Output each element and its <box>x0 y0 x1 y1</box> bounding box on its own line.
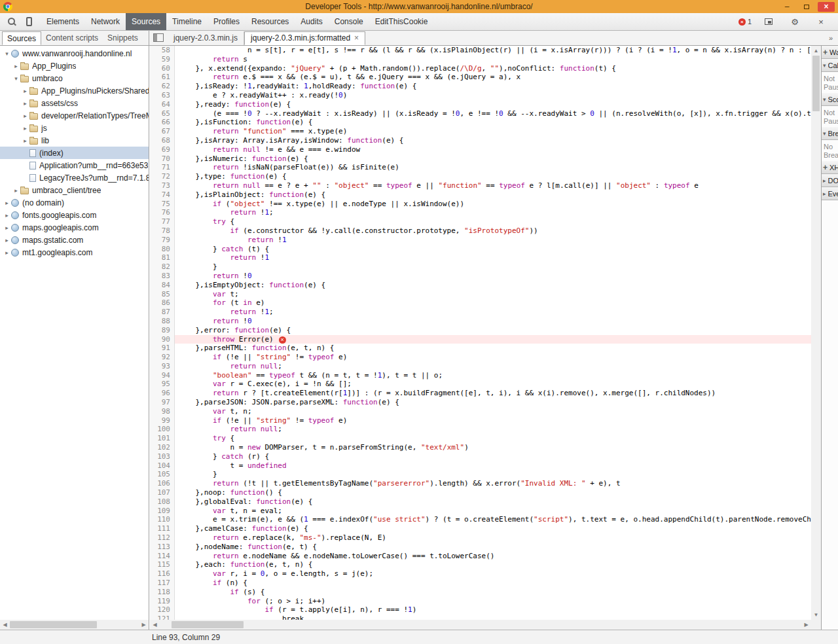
line-number[interactable]: 106 <box>150 479 175 488</box>
editor-vscroll-thumb[interactable] <box>812 56 820 111</box>
tree-item-legacytreejs-umb-rnd-7-1-8[interactable]: LegacyTreeJs?umb__rnd=7.1.8. <box>0 171 149 184</box>
editor-horizontal-scrollbar[interactable]: ◀ ▶ <box>150 620 811 630</box>
line-number[interactable]: 63 <box>150 91 175 100</box>
code-text[interactable]: return s <box>175 55 811 64</box>
scroll-left-icon[interactable]: ◀ <box>150 620 160 630</box>
line-number[interactable]: 66 <box>150 118 175 127</box>
code-text[interactable]: break <box>175 615 811 620</box>
navigator-tab-snippets[interactable]: Snippets <box>103 31 143 45</box>
editor-hscroll-thumb[interactable] <box>172 621 244 628</box>
code-text[interactable]: if (e.constructor && !y.call(e.construct… <box>175 226 811 236</box>
code-text[interactable]: return null; <box>175 362 811 371</box>
line-number[interactable]: 110 <box>150 515 175 524</box>
line-number[interactable]: 81 <box>150 253 175 262</box>
tab-timeline[interactable]: Timeline <box>166 13 208 30</box>
tree-item-maps-googleapis-com[interactable]: ▸maps.googleapis.com <box>0 221 149 234</box>
tree-item-js[interactable]: ▸js <box>0 122 149 134</box>
close-tab-icon[interactable]: × <box>354 31 359 45</box>
line-number[interactable]: 74 <box>150 190 175 200</box>
code-text[interactable]: t = undefined <box>175 461 811 471</box>
line-number[interactable]: 65 <box>150 109 175 118</box>
line-number[interactable]: 111 <box>150 524 175 533</box>
tree-item-maps-gstatic-com[interactable]: ▸maps.gstatic.com <box>0 234 149 246</box>
sidebar-section-call-stack[interactable]: ▾Call Stack <box>822 59 838 72</box>
chevron-down-icon[interactable]: ▾ <box>823 62 826 69</box>
tree-horizontal-scrollbar[interactable]: ◀ ▶ <box>0 620 149 630</box>
line-number[interactable]: 91 <box>150 344 175 353</box>
device-mode-button[interactable] <box>21 14 37 29</box>
code-text[interactable]: return null; <box>175 425 811 434</box>
line-number[interactable]: 83 <box>150 272 175 281</box>
code-text[interactable]: for (t in e) <box>175 298 811 308</box>
code-text[interactable]: if (r = t.apply(e[i], n), r === !1) <box>175 605 811 615</box>
line-number[interactable]: 84 <box>150 281 175 290</box>
file-tab-jquery-2-0-3-min-js[interactable]: jquery-2.0.3.min.js <box>168 31 244 45</box>
line-number[interactable]: 73 <box>150 181 175 190</box>
code-text[interactable]: try { <box>175 434 811 443</box>
line-number[interactable]: 118 <box>150 588 175 597</box>
code-text[interactable]: var t, n; <box>175 407 811 416</box>
code-text[interactable]: var r = C.exec(e), i = !n && []; <box>175 380 811 389</box>
line-number[interactable]: 108 <box>150 497 175 507</box>
line-number[interactable]: 92 <box>150 353 175 362</box>
tree-item-assets-css[interactable]: ▸assets/css <box>0 97 149 109</box>
line-number[interactable]: 109 <box>150 507 175 516</box>
chevron-right-icon[interactable]: ▸ <box>823 190 826 197</box>
sidebar-section-event-listener-breakpoints[interactable]: ▸Event Listener Breakpoints <box>822 187 838 200</box>
tree-item-mt1-googleapis-com[interactable]: ▸mt1.googleapis.com <box>0 246 149 259</box>
add-icon[interactable]: + <box>823 48 828 57</box>
debugger-sidebar-collapsed[interactable]: +Watch Expressions▾Call StackNot Paused▾… <box>821 46 838 630</box>
code-text[interactable]: },noop: function() { <box>175 488 811 497</box>
code-text[interactable]: return !1; <box>175 308 811 317</box>
code-text[interactable]: return !0 <box>175 317 811 326</box>
code-text[interactable]: (e === !0 ? --x.readyWait : x.isReady) |… <box>175 109 811 118</box>
code-text[interactable]: e ? x.readyWait++ : x.ready(!0) <box>175 91 811 100</box>
line-number[interactable]: 77 <box>150 217 175 226</box>
chevron-right-icon[interactable]: ▸ <box>3 237 11 243</box>
code-text[interactable]: var t; <box>175 290 811 299</box>
line-number[interactable]: 59 <box>150 55 175 64</box>
code-text[interactable]: } catch (t) { <box>175 245 811 254</box>
tree-item-umbraco[interactable]: ▾umbraco <box>0 72 149 84</box>
code-text[interactable]: return e.$ === x && (e.$ = u), t && e.jQ… <box>175 73 811 82</box>
code-text[interactable]: try { <box>175 217 811 226</box>
line-number[interactable]: 64 <box>150 100 175 109</box>
code-text[interactable]: },error: function(e) { <box>175 326 811 335</box>
sidebar-section-watch-expressions[interactable]: +Watch Expressions <box>822 46 838 59</box>
file-tab-jquery-2-0-3-min-js-formatted[interactable]: jquery-2.0.3.min.js:formatted× <box>244 31 365 45</box>
chevron-right-icon[interactable]: ▸ <box>3 249 11 256</box>
line-number[interactable]: 103 <box>150 452 175 461</box>
chevron-right-icon[interactable]: ▸ <box>21 125 29 132</box>
tab-elements[interactable]: Elements <box>41 13 85 30</box>
code-text[interactable]: },ready: function(e) { <box>175 100 811 109</box>
code-text[interactable]: },isFunction: function(e) { <box>175 118 811 127</box>
code-text[interactable]: }, x.extend({expando: "jQuery" + (p + Ma… <box>175 64 811 73</box>
code-text[interactable]: },isPlainObject: function(e) { <box>175 190 811 200</box>
add-icon[interactable]: + <box>823 163 828 172</box>
chevron-right-icon[interactable]: ▸ <box>21 88 29 94</box>
line-number[interactable]: 114 <box>150 552 175 561</box>
tree-item-umbraco-client-tree[interactable]: ▸umbraco_client/tree <box>0 184 149 196</box>
chevron-right-icon[interactable]: ▸ <box>3 200 11 206</box>
tree-item-lib[interactable]: ▸lib <box>0 134 149 147</box>
line-number[interactable]: 98 <box>150 407 175 416</box>
code-lines[interactable]: 58 n = s[t], r = e[t], s !== r && (l && … <box>150 46 811 620</box>
code-text[interactable]: return !0 <box>175 272 811 281</box>
code-text[interactable]: "boolean" == typeof t && (n = t, t = !1)… <box>175 371 811 380</box>
editor-vertical-scrollbar[interactable]: ▲ ▼ <box>811 46 821 620</box>
search-button[interactable] <box>4 14 20 29</box>
tree-item-fonts-googleapis-com[interactable]: ▸fonts.googleapis.com <box>0 209 149 221</box>
line-number[interactable]: 100 <box>150 425 175 434</box>
code-text[interactable]: },isEmptyObject: function(e) { <box>175 281 811 290</box>
code-text[interactable]: return null != e && e === e.window <box>175 145 811 154</box>
line-number[interactable]: 102 <box>150 443 175 452</box>
code-text[interactable]: } catch (r) { <box>175 452 811 461</box>
line-number[interactable]: 71 <box>150 163 175 172</box>
tab-sources[interactable]: Sources <box>126 13 166 30</box>
tree-scroll-thumb[interactable] <box>10 621 97 628</box>
tab-network[interactable]: Network <box>85 13 126 30</box>
scroll-left-icon[interactable]: ◀ <box>0 620 10 630</box>
dock-side-button[interactable] <box>761 14 776 29</box>
chevron-right-icon[interactable]: ▸ <box>21 137 29 144</box>
line-number[interactable]: 116 <box>150 569 175 579</box>
